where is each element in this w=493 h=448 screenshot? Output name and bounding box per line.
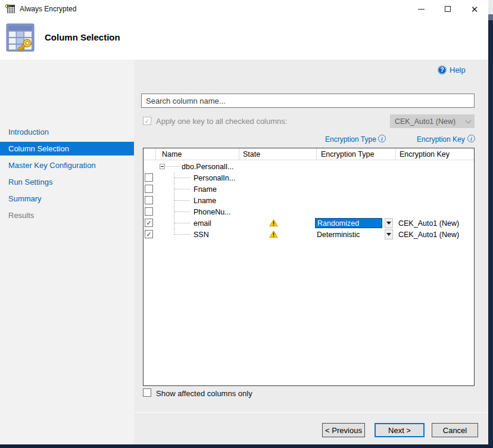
titlebar[interactable]: Always Encrypted ✕ [0, 0, 488, 18]
tree-guide [174, 223, 190, 223]
collapse-tree-icon[interactable] [160, 164, 165, 169]
previous-button[interactable]: < Previous [322, 423, 365, 437]
column-row-ssn: ✓ SSN Deterministic CEK_Auto1 (New) [143, 229, 474, 240]
columns-grid: Name State Encryption Type Encryption Ke… [143, 148, 475, 386]
apply-one-key-checkbox: ✓ [143, 117, 151, 125]
desktop-background-corner [488, 0, 493, 14]
column-row-lname: Lname [143, 195, 474, 206]
close-icon: ✕ [471, 5, 479, 14]
help-icon: ? [438, 66, 447, 74]
column-selection-table-key-icon [6, 23, 35, 52]
encryption-type-cell[interactable]: Deterministic [317, 231, 360, 239]
wizard-header: Column Selection [0, 18, 488, 60]
close-button[interactable]: ✕ [464, 0, 485, 18]
encryption-type-link[interactable]: Encryption Type [325, 135, 376, 144]
show-affected-columns-label: Show affected columns only [156, 389, 252, 398]
warning-icon [269, 219, 278, 227]
column-checkbox[interactable] [145, 185, 153, 193]
tree-guide [174, 189, 190, 189]
minimize-button[interactable] [411, 0, 431, 18]
minimize-icon [418, 9, 425, 10]
desktop-background-bottom [0, 444, 493, 448]
sidebar-item-column-selection[interactable]: Column Selection [0, 142, 134, 155]
column-info-links: Encryption Type i Encryption Key i [134, 135, 475, 144]
column-header-name[interactable]: Name [162, 150, 182, 158]
wizard-steps-sidebar: Introduction Column Selection Master Key… [0, 60, 134, 444]
cek-select-value: CEK_Auto1 (New) [395, 117, 455, 126]
cek-select-dropdown: CEK_Auto1 (New) [390, 114, 475, 128]
search-column-input[interactable] [141, 94, 475, 108]
tree-guide [174, 178, 190, 178]
column-row-phonenu: PhoneNu... [143, 206, 474, 217]
column-name-label: PhoneNu... [194, 208, 231, 216]
encryption-type-cell-selected[interactable]: Randomized [315, 218, 382, 228]
tree-guide [174, 211, 190, 212]
column-name-label: SSN [194, 231, 209, 239]
sidebar-item-summary[interactable]: Summary [0, 192, 134, 206]
chevron-down-icon [466, 118, 472, 124]
column-checkbox[interactable] [145, 207, 153, 216]
sidebar-item-label: Run Settings [8, 178, 52, 186]
table-name-label: dbo.PersonalI... [182, 163, 234, 171]
column-row-personalin: PersonalIn... [143, 172, 474, 183]
warning-icon [269, 230, 278, 238]
encryption-type-info-icon[interactable]: i [378, 135, 386, 142]
sidebar-item-label: Results [8, 211, 34, 220]
column-checkbox[interactable] [145, 173, 153, 182]
column-name-label: email [194, 219, 211, 228]
sidebar-item-label: Column Selection [8, 144, 69, 153]
sidebar-item-results: Results [0, 209, 134, 222]
sidebar-item-label: Master Key Configuration [8, 161, 96, 170]
sidebar-item-introduction[interactable]: Introduction [0, 125, 134, 139]
window-title: Always Encrypted [20, 5, 76, 13]
column-checkbox-checked[interactable]: ✓ [145, 219, 153, 227]
tree-guide [174, 200, 190, 201]
column-name-label: Lname [194, 197, 216, 205]
table-row-dbo-personal: dbo.PersonalI... [143, 161, 474, 172]
sidebar-item-label: Summary [8, 194, 42, 203]
encryption-type-dropdown-arrow[interactable] [385, 229, 393, 239]
maximize-button[interactable] [438, 0, 458, 18]
column-name-label: PersonalIn... [194, 174, 235, 182]
encryption-type-dropdown-arrow[interactable] [385, 218, 393, 228]
footer-divider [134, 412, 488, 413]
page-title: Column Selection [45, 32, 120, 42]
help-link[interactable]: ? Help [438, 66, 466, 74]
column-header-state[interactable]: State [243, 150, 260, 158]
show-affected-columns-checkbox[interactable] [143, 388, 151, 397]
always-encrypted-app-icon [5, 4, 15, 14]
always-encrypted-wizard-window: Always Encrypted ✕ Column Selection Intr… [0, 0, 488, 444]
column-header-encryption-key[interactable]: Encryption Key [400, 150, 450, 158]
desktop-background-corner2 [488, 14, 493, 20]
column-name-label: Fname [194, 185, 217, 194]
tree-guide [166, 166, 179, 167]
desktop-background-right [488, 0, 493, 448]
tree-guide [174, 234, 190, 235]
column-row-fname: Fname [143, 183, 474, 195]
encryption-key-link[interactable]: Encryption Key [417, 135, 465, 144]
grid-header-row: Name State Encryption Type Encryption Ke… [143, 148, 474, 160]
column-selection-page: ? Help ✓ Apply one key to all checked co… [134, 60, 488, 444]
column-checkbox-checked[interactable]: ✓ [145, 230, 153, 238]
column-checkbox[interactable] [145, 196, 153, 204]
encryption-key-cell: CEK_Auto1 (New) [398, 219, 459, 228]
cancel-button[interactable]: Cancel [432, 423, 478, 437]
column-row-email: ✓ email Randomized CEK_Auto1 (New) [143, 217, 474, 229]
column-header-encryption-type[interactable]: Encryption Type [321, 150, 374, 158]
encryption-key-cell: CEK_Auto1 (New) [398, 231, 459, 239]
sidebar-item-master-key-configuration[interactable]: Master Key Configuration [0, 158, 134, 172]
sidebar-item-run-settings[interactable]: Run Settings [0, 175, 134, 189]
help-label: Help [450, 66, 466, 74]
sidebar-item-label: Introduction [8, 127, 49, 136]
encryption-key-info-icon[interactable]: i [467, 135, 475, 142]
apply-one-key-label: Apply one key to all checked columns: [156, 117, 287, 126]
maximize-icon [445, 6, 451, 12]
next-button[interactable]: Next > [375, 423, 425, 437]
